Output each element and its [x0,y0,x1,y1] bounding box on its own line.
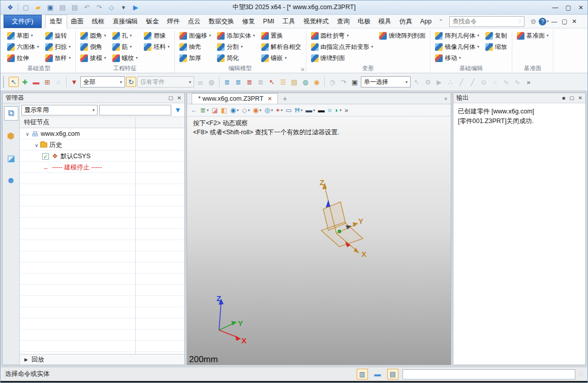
default-csys-graphic[interactable]: Z Y X [304,176,385,263]
pick-cursor-button[interactable]: ↖ [267,77,277,87]
command-search-input[interactable] [452,18,518,25]
ribbon-button-基准面[interactable]: 基准面▾ [516,30,550,41]
background-color-icon[interactable]: ■ [328,106,332,114]
dropdown-caret-icon[interactable]: ▾ [37,45,39,49]
pick-stack-2-button[interactable]: ≣ [233,77,243,87]
solid-manager-tab[interactable]: ⬢ [4,129,18,143]
dropdown-caret-icon[interactable]: ▾ [253,34,255,38]
eraser-icon[interactable]: ◪ [211,106,218,114]
qa-dropdown-icon[interactable]: ▾ [118,3,129,13]
save-icon[interactable]: ▣ [45,3,56,13]
dropdown-caret-icon[interactable]: ▾ [209,34,211,38]
tree-column-header[interactable]: 特征节点 [20,117,184,128]
remove-selection-button[interactable]: ▬ [31,77,41,87]
monitor-icon[interactable]: ▬▾ [305,106,315,114]
pick-filter-button[interactable]: ↖ [9,77,19,87]
menu-tab-直接编辑[interactable]: 直接编辑 [109,15,142,28]
dropdown-caret-icon[interactable]: ▾ [285,56,287,60]
pick-stack-1-button[interactable]: ≣ [222,77,232,87]
menu-tab-PMI[interactable]: PMI [259,16,278,27]
viewport-3d[interactable]: 按下<F2> 动态观察<F8> 或者<Shift-roll> 查找下一个有效的过… [187,116,451,365]
restore-icon[interactable]: ▢ [566,4,571,11]
regen-icon[interactable]: ◇ [106,3,117,13]
ribbon-button-镶嵌[interactable]: 镶嵌▾ [260,52,302,64]
display-toggle-button[interactable]: ▬ [372,369,383,379]
pick-list-button[interactable]: ☰ [278,77,288,87]
ribbon-collapse-icon[interactable]: ⌃ [436,18,446,25]
dropdown-caret-icon[interactable]: ▾ [347,34,349,38]
ribbon-button-倒角[interactable]: 倒角 [79,41,107,52]
pick-stack-3-button[interactable]: ≣ [244,77,255,87]
tree-row[interactable]: ∨历史 [20,139,184,151]
toolbar-grip[interactable] [3,76,6,87]
overflow-icon[interactable]: » [345,106,348,114]
lasso-select-button[interactable]: ◌ [53,77,64,87]
role-manager-tab[interactable]: ☻ [4,173,18,188]
new-tab-button[interactable]: + [278,95,292,104]
new-file-icon[interactable]: ▢ [20,3,32,13]
menu-tab-模具[interactable]: 模具 [375,15,395,28]
menu-tab-造型[interactable]: 造型 [45,15,67,28]
ribbon-button-坯料[interactable]: 坯料▾ [143,41,171,52]
ribbon-button-扫掠[interactable]: 扫掠▾ [44,41,72,52]
square-display-button[interactable]: ▣ [350,77,360,87]
output-restore-icon[interactable]: ▢ [569,95,574,101]
manager-close-icon[interactable]: ✕ [177,95,181,101]
gear-icon[interactable]: ⚙ [528,18,538,25]
dropdown-caret-icon[interactable]: ▾ [69,45,71,49]
ribbon-button-缠绕到面[interactable]: 缠绕到面 [310,52,375,64]
dropdown-caret-icon[interactable]: ▾ [241,45,243,49]
ribbon-button-添加实体[interactable]: 添加实体▾ [216,30,256,41]
visual-manager-tab[interactable]: ◪ [4,151,18,165]
dropdown-caret-icon[interactable]: ▾ [130,34,132,38]
tree-row[interactable]: ←----- 建模停止 ----- [20,162,184,173]
help-caret-icon[interactable]: ▾ [547,19,549,23]
selection-folder-button[interactable]: ▤ [289,77,299,87]
display-filter-select[interactable]: 显示常用▾ [21,105,98,115]
menu-tab-工具[interactable]: 工具 [278,15,299,28]
file-menu-button[interactable]: 文件(F) [4,15,42,28]
ribbon-button-旋转[interactable]: 旋转 [44,30,72,41]
part-filter-button[interactable]: ↻ [126,77,136,87]
ribbon-button-螺纹[interactable]: 螺纹▾ [111,52,139,64]
wireframe-display-icon[interactable]: ◇▾ [242,106,250,114]
print-icon[interactable]: ▤ [57,3,68,13]
dropdown-caret-icon[interactable]: ▾ [477,45,479,49]
menu-tab-仿真[interactable]: 仿真 [395,15,416,28]
output-toggle-button[interactable]: ▤ [387,369,398,379]
tree-expander-icon[interactable]: ∨ [33,142,40,148]
menu-tab-点云[interactable]: 点云 [184,15,205,28]
mdi-minimize-icon[interactable]: — [551,18,558,24]
mdi-close-icon[interactable]: ✕ [572,18,577,25]
ribbon-button-面偏移[interactable]: 面偏移▾ [178,30,212,41]
ribbon-button-复制[interactable]: 复制 [484,30,508,41]
minimize-icon[interactable]: — [552,4,559,11]
menu-tab-焊件[interactable]: 焊件 [163,15,184,28]
screen-icon[interactable]: ▭ [286,106,292,114]
ribbon-button-置换[interactable]: 置换 [260,30,302,41]
menu-tab-查询[interactable]: 查询 [333,15,354,28]
box-select-button[interactable]: ⊞ [42,77,52,87]
tree-row[interactable]: ✓✥默认CSYS [20,151,184,162]
exit-icon[interactable]: ← [191,106,197,114]
ribbon-button-抽壳[interactable]: 抽壳 [178,41,212,52]
status-input[interactable] [403,369,575,379]
selection-mode-select[interactable]: 单一选择▾ [361,76,411,87]
dropdown-caret-icon[interactable]: ▾ [104,34,106,38]
dropdown-caret-icon[interactable]: ▾ [477,34,479,38]
ribbon-button-圆柱折弯[interactable]: 圆柱折弯▾ [310,30,375,41]
menu-tab-修复[interactable]: 修复 [238,15,259,28]
web-update-button[interactable]: ◍ [300,77,311,87]
ribbon-button-解析自相交[interactable]: 解析自相交 [260,41,302,52]
dropdown-caret-icon[interactable]: ▾ [168,45,170,49]
ribbon-button-由指定点开始变形[interactable]: 由指定点开始变形▾ [310,41,375,52]
document-tab[interactable]: * www.x6g.com.Z3PRT ✕ [192,93,278,104]
menu-tab-电极[interactable]: 电极 [354,15,375,28]
ribbon-button-放样[interactable]: 放样▾ [44,52,72,64]
mdi-restore-icon[interactable]: ▢ [562,18,567,25]
tree-expander-icon[interactable]: ∨ [24,131,31,137]
badge-button[interactable]: ◉ [312,77,322,87]
ribbon-button-简化[interactable]: 简化 [216,52,256,64]
dropdown-caret-icon[interactable]: ▾ [372,45,374,49]
menu-tab-视觉样式[interactable]: 视觉样式 [299,15,333,28]
